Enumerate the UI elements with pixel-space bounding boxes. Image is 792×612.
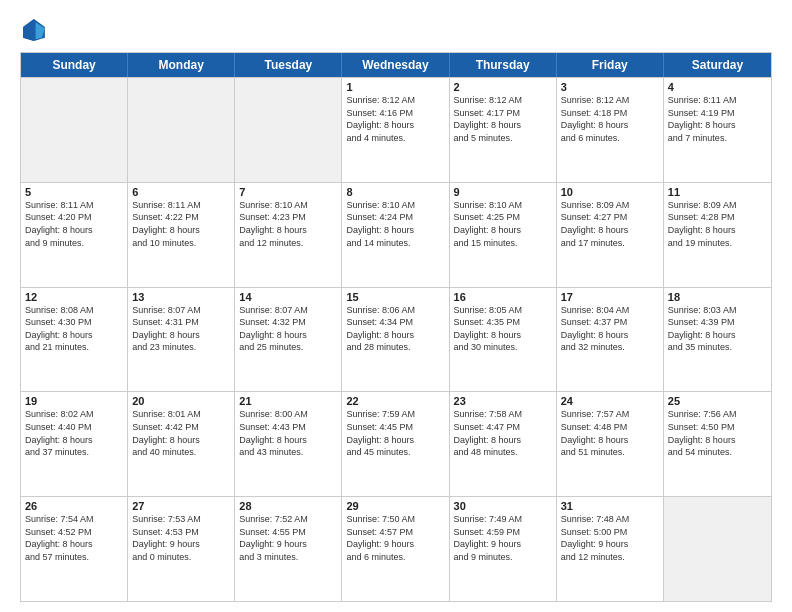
calendar-cell [128,78,235,182]
day-number: 27 [132,500,230,512]
day-info: Sunrise: 8:12 AM Sunset: 4:18 PM Dayligh… [561,94,659,144]
day-info: Sunrise: 8:04 AM Sunset: 4:37 PM Dayligh… [561,304,659,354]
day-info: Sunrise: 7:50 AM Sunset: 4:57 PM Dayligh… [346,513,444,563]
calendar-cell: 20Sunrise: 8:01 AM Sunset: 4:42 PM Dayli… [128,392,235,496]
calendar-cell [664,497,771,601]
day-number: 18 [668,291,767,303]
calendar-cell: 8Sunrise: 8:10 AM Sunset: 4:24 PM Daylig… [342,183,449,287]
day-info: Sunrise: 8:11 AM Sunset: 4:19 PM Dayligh… [668,94,767,144]
day-number: 25 [668,395,767,407]
day-number: 29 [346,500,444,512]
calendar-cell: 5Sunrise: 8:11 AM Sunset: 4:20 PM Daylig… [21,183,128,287]
day-number: 19 [25,395,123,407]
calendar-cell: 6Sunrise: 8:11 AM Sunset: 4:22 PM Daylig… [128,183,235,287]
calendar-cell: 30Sunrise: 7:49 AM Sunset: 4:59 PM Dayli… [450,497,557,601]
day-number: 10 [561,186,659,198]
calendar-cell: 15Sunrise: 8:06 AM Sunset: 4:34 PM Dayli… [342,288,449,392]
weekday-header: Friday [557,53,664,77]
calendar-cell: 17Sunrise: 8:04 AM Sunset: 4:37 PM Dayli… [557,288,664,392]
calendar-cell: 4Sunrise: 8:11 AM Sunset: 4:19 PM Daylig… [664,78,771,182]
day-info: Sunrise: 7:54 AM Sunset: 4:52 PM Dayligh… [25,513,123,563]
calendar-cell: 13Sunrise: 8:07 AM Sunset: 4:31 PM Dayli… [128,288,235,392]
day-number: 17 [561,291,659,303]
day-info: Sunrise: 8:11 AM Sunset: 4:22 PM Dayligh… [132,199,230,249]
day-info: Sunrise: 7:48 AM Sunset: 5:00 PM Dayligh… [561,513,659,563]
day-number: 7 [239,186,337,198]
calendar-cell: 26Sunrise: 7:54 AM Sunset: 4:52 PM Dayli… [21,497,128,601]
day-info: Sunrise: 8:02 AM Sunset: 4:40 PM Dayligh… [25,408,123,458]
calendar-cell: 28Sunrise: 7:52 AM Sunset: 4:55 PM Dayli… [235,497,342,601]
calendar-row: 19Sunrise: 8:02 AM Sunset: 4:40 PM Dayli… [21,391,771,496]
calendar-header: SundayMondayTuesdayWednesdayThursdayFrid… [21,53,771,77]
calendar-cell: 29Sunrise: 7:50 AM Sunset: 4:57 PM Dayli… [342,497,449,601]
day-info: Sunrise: 8:09 AM Sunset: 4:27 PM Dayligh… [561,199,659,249]
calendar-cell: 23Sunrise: 7:58 AM Sunset: 4:47 PM Dayli… [450,392,557,496]
day-info: Sunrise: 7:56 AM Sunset: 4:50 PM Dayligh… [668,408,767,458]
day-number: 3 [561,81,659,93]
calendar-cell: 12Sunrise: 8:08 AM Sunset: 4:30 PM Dayli… [21,288,128,392]
weekday-header: Wednesday [342,53,449,77]
day-number: 30 [454,500,552,512]
calendar-cell: 24Sunrise: 7:57 AM Sunset: 4:48 PM Dayli… [557,392,664,496]
day-number: 15 [346,291,444,303]
day-number: 5 [25,186,123,198]
day-info: Sunrise: 8:07 AM Sunset: 4:32 PM Dayligh… [239,304,337,354]
day-number: 24 [561,395,659,407]
calendar-cell: 25Sunrise: 7:56 AM Sunset: 4:50 PM Dayli… [664,392,771,496]
calendar-cell: 22Sunrise: 7:59 AM Sunset: 4:45 PM Dayli… [342,392,449,496]
weekday-header: Monday [128,53,235,77]
day-number: 11 [668,186,767,198]
calendar: SundayMondayTuesdayWednesdayThursdayFrid… [20,52,772,602]
calendar-cell: 14Sunrise: 8:07 AM Sunset: 4:32 PM Dayli… [235,288,342,392]
day-info: Sunrise: 8:10 AM Sunset: 4:24 PM Dayligh… [346,199,444,249]
calendar-cell [235,78,342,182]
calendar-cell: 31Sunrise: 7:48 AM Sunset: 5:00 PM Dayli… [557,497,664,601]
weekday-header: Thursday [450,53,557,77]
svg-marker-2 [23,19,34,41]
day-info: Sunrise: 7:57 AM Sunset: 4:48 PM Dayligh… [561,408,659,458]
day-number: 2 [454,81,552,93]
day-number: 8 [346,186,444,198]
day-number: 13 [132,291,230,303]
calendar-row: 1Sunrise: 8:12 AM Sunset: 4:16 PM Daylig… [21,77,771,182]
day-number: 21 [239,395,337,407]
day-info: Sunrise: 8:10 AM Sunset: 4:23 PM Dayligh… [239,199,337,249]
calendar-cell [21,78,128,182]
calendar-row: 26Sunrise: 7:54 AM Sunset: 4:52 PM Dayli… [21,496,771,601]
day-info: Sunrise: 8:06 AM Sunset: 4:34 PM Dayligh… [346,304,444,354]
day-number: 26 [25,500,123,512]
day-number: 23 [454,395,552,407]
calendar-cell: 7Sunrise: 8:10 AM Sunset: 4:23 PM Daylig… [235,183,342,287]
day-number: 4 [668,81,767,93]
weekday-header: Saturday [664,53,771,77]
day-number: 6 [132,186,230,198]
calendar-cell: 19Sunrise: 8:02 AM Sunset: 4:40 PM Dayli… [21,392,128,496]
calendar-row: 12Sunrise: 8:08 AM Sunset: 4:30 PM Dayli… [21,287,771,392]
day-number: 12 [25,291,123,303]
calendar-cell: 2Sunrise: 8:12 AM Sunset: 4:17 PM Daylig… [450,78,557,182]
logo [20,16,50,44]
day-info: Sunrise: 7:59 AM Sunset: 4:45 PM Dayligh… [346,408,444,458]
day-info: Sunrise: 8:01 AM Sunset: 4:42 PM Dayligh… [132,408,230,458]
day-info: Sunrise: 7:52 AM Sunset: 4:55 PM Dayligh… [239,513,337,563]
day-number: 20 [132,395,230,407]
day-info: Sunrise: 8:05 AM Sunset: 4:35 PM Dayligh… [454,304,552,354]
calendar-cell: 1Sunrise: 8:12 AM Sunset: 4:16 PM Daylig… [342,78,449,182]
day-info: Sunrise: 8:10 AM Sunset: 4:25 PM Dayligh… [454,199,552,249]
day-info: Sunrise: 8:07 AM Sunset: 4:31 PM Dayligh… [132,304,230,354]
calendar-cell: 11Sunrise: 8:09 AM Sunset: 4:28 PM Dayli… [664,183,771,287]
page: SundayMondayTuesdayWednesdayThursdayFrid… [0,0,792,612]
day-number: 28 [239,500,337,512]
day-number: 22 [346,395,444,407]
day-number: 31 [561,500,659,512]
calendar-cell: 3Sunrise: 8:12 AM Sunset: 4:18 PM Daylig… [557,78,664,182]
day-number: 1 [346,81,444,93]
day-number: 16 [454,291,552,303]
weekday-header: Tuesday [235,53,342,77]
calendar-cell: 9Sunrise: 8:10 AM Sunset: 4:25 PM Daylig… [450,183,557,287]
day-info: Sunrise: 8:11 AM Sunset: 4:20 PM Dayligh… [25,199,123,249]
day-info: Sunrise: 7:49 AM Sunset: 4:59 PM Dayligh… [454,513,552,563]
calendar-cell: 21Sunrise: 8:00 AM Sunset: 4:43 PM Dayli… [235,392,342,496]
calendar-cell: 27Sunrise: 7:53 AM Sunset: 4:53 PM Dayli… [128,497,235,601]
day-info: Sunrise: 7:58 AM Sunset: 4:47 PM Dayligh… [454,408,552,458]
